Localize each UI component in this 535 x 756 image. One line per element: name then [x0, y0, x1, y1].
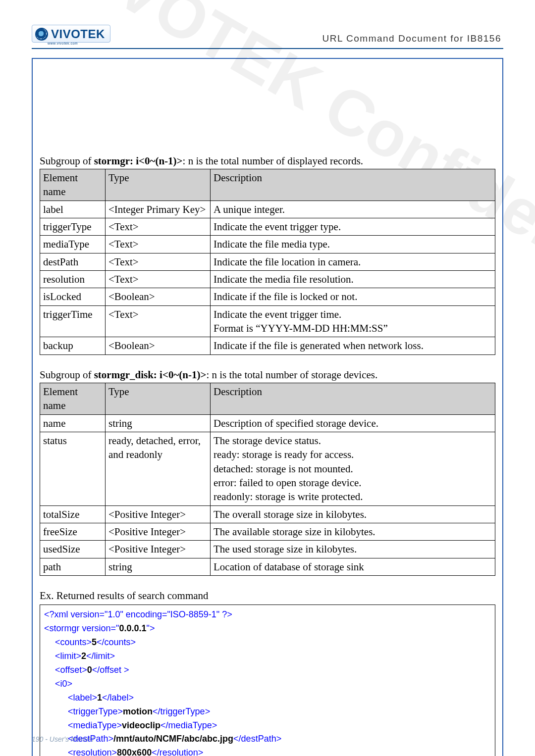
xml-i0-open: <i0> — [55, 679, 72, 689]
table2-cell-type: <Positive Integer> — [106, 541, 211, 558]
xml-counts-val: 5 — [92, 637, 97, 647]
xml-destPath-close: </destPath> — [233, 734, 281, 744]
table1-cell-type: <Text> — [106, 305, 211, 337]
xml-resolution-val: 800x600 — [117, 748, 152, 756]
xml-label-open: <label> — [68, 693, 97, 703]
table2-caption: Subgroup of stormgr_disk: i<0~(n-1)>: n … — [40, 368, 495, 382]
table1-cell-desc: Indicate the file location in camera. — [211, 253, 495, 270]
table1-cell-type: <Text> — [106, 253, 211, 270]
table1-cell-desc: Indicate the event trigger type. — [211, 218, 495, 235]
table2-cell-name: path — [40, 558, 106, 575]
table2-cell-desc: The available storage size in kilobytes. — [211, 523, 495, 541]
table-row: totalSize<Positive Integer>The overall s… — [40, 505, 495, 523]
content-frame: VIVOTEK Confidential Subgroup of stormgr… — [32, 58, 503, 756]
table-row: triggerTime<Text>Indicate the event trig… — [40, 305, 495, 337]
table1-cell-desc: Indicate if the file is generated when n… — [211, 337, 495, 354]
table1-cell-name: backup — [40, 337, 106, 354]
xml-offset-val: 0 — [87, 665, 92, 675]
table1-cell-name: destPath — [40, 253, 106, 270]
table2-caption-bold: stormgr_disk: i<0~(n-1)> — [94, 369, 207, 381]
table1-cell-name: mediaType — [40, 236, 106, 253]
table2-cell-desc: Description of specified storage device. — [211, 414, 495, 432]
table1-cell-desc: A unique integer. — [211, 201, 495, 218]
table1-caption-bold: stormgr: i<0~(n-1)> — [94, 155, 183, 167]
xml-limit-val: 2 — [81, 651, 86, 661]
table-row: statusready, detached, error, and readon… — [40, 432, 495, 506]
xml-counts-open: <counts> — [55, 637, 92, 647]
xml-limit-close: </limit> — [86, 651, 115, 661]
table1: Element name Type Description label<Inte… — [40, 169, 495, 355]
document-title: URL Command Document for IB8156 — [322, 33, 501, 44]
table1-cell-desc: Indicate the event trigger time.Format i… — [211, 305, 495, 337]
table2-cell-name: totalSize — [40, 505, 106, 523]
table2-cell-name: freeSize — [40, 523, 106, 541]
table-row: mediaType<Text>Indicate the file media t… — [40, 236, 495, 253]
table2-caption-suffix: : n is the total number of storage devic… — [206, 369, 377, 381]
xml-stormgr-ver: 0.0.0.1 — [119, 623, 146, 633]
table1-cell-desc: Indicate the media file resolution. — [211, 270, 495, 288]
table1-cell-type: <Boolean> — [106, 288, 211, 305]
xml-resolution-open: <resolution> — [68, 748, 117, 756]
xml-decl: <?xml version="1.0" encoding="ISO-8859-1… — [44, 609, 232, 619]
example-title: Ex. Returned results of search command — [40, 589, 495, 603]
table1-caption-prefix: Subgroup of — [40, 155, 94, 167]
table-row: label<Integer Primary Key>A unique integ… — [40, 201, 495, 218]
table1-cell-name: triggerTime — [40, 305, 106, 337]
xml-limit-open: <limit> — [55, 651, 81, 661]
table2-cell-type: ready, detached, error, and readonly — [106, 432, 211, 506]
table1-cell-desc: Indicate if the file is locked or not. — [211, 288, 495, 305]
page-header: VIVOTEK www.vivotek.com URL Command Docu… — [32, 25, 503, 49]
table-row: freeSize<Positive Integer>The available … — [40, 523, 495, 541]
table2-cell-type: string — [106, 414, 211, 432]
xml-triggerType-close: </triggerType> — [153, 706, 210, 716]
table2-h0: Element name — [40, 383, 106, 414]
table1-cell-type: <Text> — [106, 218, 211, 235]
table2-cell-name: status — [40, 432, 106, 506]
table-row: triggerType<Text>Indicate the event trig… — [40, 218, 495, 235]
table-row: resolution<Text>Indicate the media file … — [40, 270, 495, 288]
table-row: namestringDescription of specified stora… — [40, 414, 495, 432]
table1-h0: Element name — [40, 169, 106, 201]
table1-caption-suffix: : n is the total number of displayed rec… — [183, 155, 364, 167]
table1-cell-name: resolution — [40, 270, 106, 288]
xml-stormgr-close-attr: "> — [147, 623, 155, 633]
table1-h2: Description — [211, 169, 495, 201]
xml-destPath-open: <destPath> — [68, 734, 113, 744]
xml-label-val: 1 — [97, 693, 102, 703]
table1-cell-type: <Text> — [106, 270, 211, 288]
table2-cell-desc: The used storage size in kilobytes. — [211, 541, 495, 558]
table1-cell-type: <Text> — [106, 236, 211, 253]
table-row: pathstringLocation of database of storag… — [40, 558, 495, 575]
table1-caption: Subgroup of stormgr: i<0~(n-1)>: n is th… — [40, 154, 495, 168]
table-row: usedSize<Positive Integer>The used stora… — [40, 541, 495, 558]
table2-cell-desc: The overall storage size in kilobytes. — [211, 505, 495, 523]
table2-cell-name: name — [40, 414, 106, 432]
table-row: destPath<Text>Indicate the file location… — [40, 253, 495, 270]
logo-eye-icon — [35, 28, 48, 41]
table2-header-row: Element name Type Description — [40, 383, 495, 414]
table2-h1: Type — [106, 383, 211, 414]
xml-mediaType-close: </mediaType> — [160, 720, 217, 730]
table1-cell-type: <Integer Primary Key> — [106, 201, 211, 218]
table1-cell-name: triggerType — [40, 218, 106, 235]
table2-cell-desc: The storage device status.ready: storage… — [211, 432, 495, 506]
table-row: backup<Boolean>Indicate if the file is g… — [40, 337, 495, 354]
xml-offset-open: <offset> — [55, 665, 87, 675]
table2-cell-type: <Positive Integer> — [106, 505, 211, 523]
xml-triggerType-val: motion — [123, 706, 153, 716]
table-row: isLocked<Boolean>Indicate if the file is… — [40, 288, 495, 305]
xml-label-close: </label> — [102, 693, 134, 703]
xml-mediaType-val: videoclip — [122, 720, 160, 730]
xml-resolution-close: </resolution> — [152, 748, 203, 756]
xml-counts-close: </counts> — [97, 637, 136, 647]
table1-h1: Type — [106, 169, 211, 201]
xml-example: <?xml version="1.0" encoding="ISO-8859-1… — [40, 605, 495, 756]
xml-offset-close: </offset > — [92, 665, 129, 675]
xml-stormgr-open: <stormgr version=" — [44, 623, 119, 633]
table2-cell-type: <Positive Integer> — [106, 523, 211, 541]
table2-caption-prefix: Subgroup of — [40, 369, 94, 381]
xml-destPath-val: /mnt/auto/NCMF/abc/abc.jpg — [113, 734, 233, 744]
table1-cell-desc: Indicate the file media type. — [211, 236, 495, 253]
table1-header-row: Element name Type Description — [40, 169, 495, 201]
table2-h2: Description — [211, 383, 495, 414]
